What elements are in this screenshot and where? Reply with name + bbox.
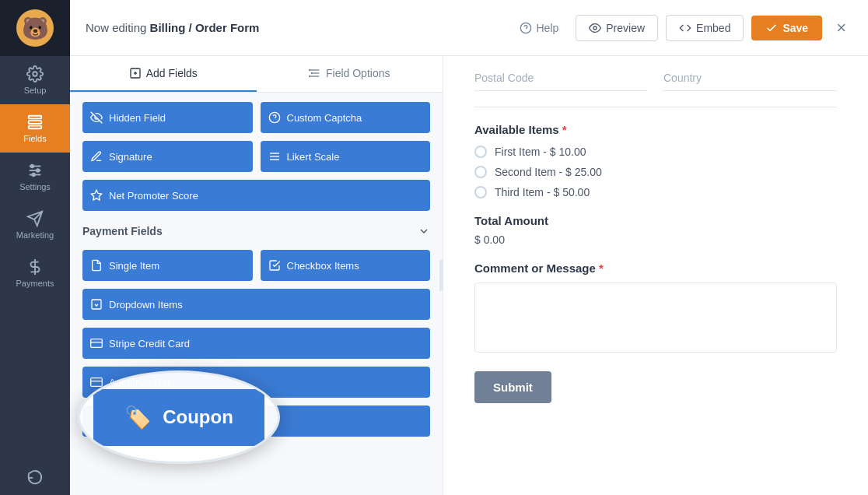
fields-row-2: Signature Likert Scale [82,141,430,172]
radio-circle-3 [474,186,487,198]
help-button[interactable]: Help [510,16,568,40]
item-1-label: First Item - $ 10.00 [495,146,586,158]
dropdown-items-button[interactable]: Dropdown Items [82,289,430,320]
close-label: × [836,18,846,37]
panel-toggle[interactable]: ‹ [439,260,443,291]
bear-logo-icon: 🐻 [16,9,54,47]
gear-icon [26,65,44,82]
dollar-icon [26,258,44,276]
checkbox-items-button[interactable]: Checkbox Items [261,250,431,281]
signature-label: Signature [109,151,152,163]
dropdown-items-label: Dropdown Items [109,299,183,311]
header-title: Now editing Billing / Order Form [86,21,498,34]
help-icon [520,22,532,34]
sidebar-item-marketing[interactable]: Marketing [0,201,70,249]
credit-card-icon [90,337,103,349]
svg-rect-30 [92,300,101,309]
check-icon [765,22,778,34]
net-promoter-score-button[interactable]: Net Promoter Score [82,180,430,211]
comment-textarea[interactable] [474,283,837,353]
radio-option-2[interactable]: Second Item - $ 25.00 [474,166,837,178]
editing-prefix: Now editing [86,21,146,34]
available-items-label: Available Items * [474,123,837,136]
stripe-credit-card-button[interactable]: Stripe Credit Card [82,328,430,359]
svg-rect-31 [91,339,103,348]
svg-rect-1 [29,116,42,119]
submit-label: Submit [493,381,533,394]
sidebar-item-settings[interactable]: Settings [0,153,70,201]
likert-scale-button[interactable]: Likert Scale [261,141,431,172]
address-section: Postal Code Country Available Items * Fi… [474,56,837,403]
star-icon [90,189,103,202]
main-area: Now editing Billing / Order Form Help Pr… [70,0,868,495]
bars-icon [268,150,281,163]
add-fields-icon [129,67,142,79]
net-promoter-score-label: Net Promoter Score [109,190,198,202]
svg-rect-33 [91,378,103,387]
submit-button[interactable]: Submit [474,371,551,403]
custom-captcha-label: Custom Captcha [287,112,362,124]
signature-button[interactable]: Signature [82,141,253,172]
checkbox-items-label: Checkbox Items [287,260,359,272]
hidden-field-button[interactable]: Hidden Field [82,102,253,133]
tab-field-options-label: Field Options [326,67,390,79]
megaphone-icon [26,210,44,227]
payment-fields-section-header[interactable]: Payment Fields [82,219,430,244]
address-row: Postal Code Country [474,72,837,107]
payment-row-2: Dropdown Items [82,289,430,320]
chevron-down-icon [418,225,430,237]
svg-point-21 [311,72,312,73]
coupon-overlay: 🏷️ Coupon [78,370,280,464]
fields-row-1: Hidden Field Custom Captcha [82,102,430,133]
coupon-button[interactable]: 🏷️ Coupon [93,389,264,446]
sidebar-item-marketing-label: Marketing [16,230,54,240]
sidebar: 🐻 Setup Fields Settings Marketing Paymen… [0,0,70,495]
svg-point-7 [31,165,34,168]
form-name: Billing / Order Form [150,21,260,34]
svg-point-8 [37,169,40,172]
embed-button[interactable]: Embed [666,15,744,41]
coupon-icon: 🏷️ [124,405,152,430]
postal-code-placeholder: Postal Code [474,72,648,91]
sidebar-item-payments-label: Payments [16,279,54,288]
save-label: Save [782,22,808,34]
sidebar-item-fields[interactable]: Fields [0,104,70,153]
custom-captcha-button[interactable]: Custom Captcha [261,102,431,133]
svg-rect-3 [29,126,42,129]
radio-option-3[interactable]: Third Item - $ 50.00 [474,186,837,198]
preview-button[interactable]: Preview [576,15,658,41]
item-3-label: Third Item - $ 50.00 [495,186,590,198]
tab-field-options[interactable]: Field Options [257,56,443,92]
radio-circle-1 [474,146,487,158]
header-actions: Help Preview Embed Save × [510,15,852,41]
stripe-credit-card-label: Stripe Credit Card [109,338,190,349]
sidebar-item-settings-label: Settings [19,182,51,191]
radio-option-1[interactable]: First Item - $ 10.00 [474,146,837,158]
checkbox-icon [268,259,281,272]
sidebar-item-setup[interactable]: Setup [0,56,70,104]
sidebar-item-payments[interactable]: Payments [0,249,70,297]
svg-point-22 [310,75,310,76]
sidebar-logo: 🐻 [0,0,70,56]
single-item-button[interactable]: Single Item [82,250,253,281]
payment-row-1: Single Item Checkbox Items [82,250,430,281]
svg-rect-2 [29,121,42,124]
svg-point-0 [33,72,37,76]
tab-add-fields-label: Add Fields [146,67,198,79]
item-2-label: Second Item - $ 25.00 [495,166,602,178]
tab-add-fields[interactable]: Add Fields [70,56,257,92]
fields-panel: Add Fields Field Options Hidden Field [70,56,443,495]
form-preview: Postal Code Country Available Items * Fi… [443,56,868,495]
preview-label: Preview [606,22,645,34]
undo-icon [26,469,44,486]
close-button[interactable]: × [830,18,852,38]
sidebar-undo[interactable] [0,459,70,495]
sidebar-item-fields-label: Fields [23,134,46,143]
payment-row-3: Stripe Credit Card [82,328,430,359]
eye-off-icon [90,111,103,124]
payment-fields-label: Payment Fields [82,225,163,237]
help-label: Help [536,22,558,34]
available-items-required: * [562,123,567,136]
fields-icon [26,114,44,131]
save-button[interactable]: Save [751,16,822,40]
